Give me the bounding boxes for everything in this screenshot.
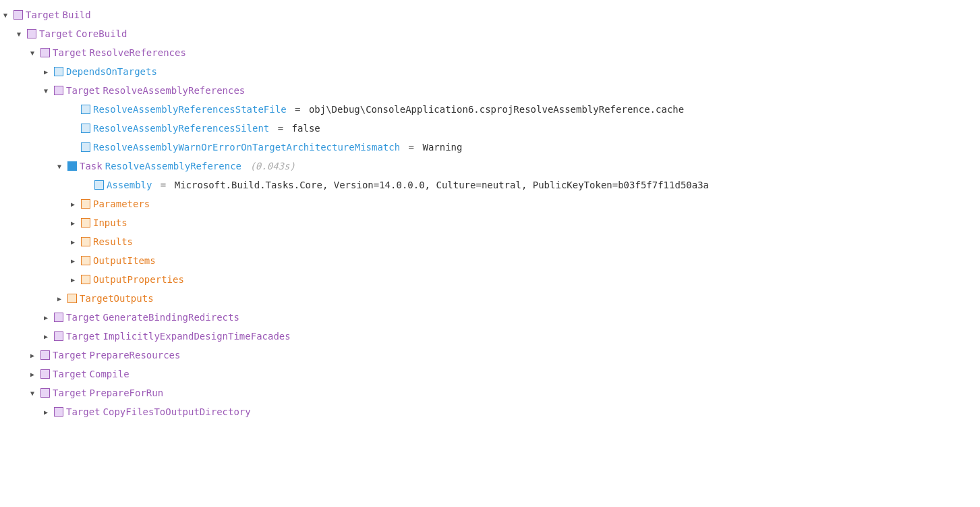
node-icon (54, 86, 63, 95)
node-icon (54, 313, 63, 322)
tree-toggle[interactable] (27, 47, 38, 58)
node-keyword: Task (80, 161, 103, 171)
node-keyword: Target (53, 350, 87, 361)
tree-item-inputs[interactable]: Inputs (0, 213, 980, 232)
tree-toggle[interactable] (40, 331, 51, 342)
node-value: Microsoft.Build.Tasks.Core, Version=14.0… (175, 180, 709, 190)
tree-item-corebuild[interactable]: TargetCoreBuild (0, 24, 980, 43)
tree-toggle (81, 180, 92, 190)
tree-toggle[interactable] (54, 293, 65, 304)
node-value: obj\Debug\ConsoleApplication6.csprojReso… (309, 104, 684, 115)
tree-item-dependsontargets[interactable]: DependsOnTargets (0, 62, 980, 81)
tree-toggle[interactable] (27, 369, 38, 379)
tree-toggle[interactable] (27, 350, 38, 361)
node-icon (40, 48, 50, 57)
node-icon (67, 294, 77, 303)
tree-toggle (67, 104, 78, 115)
node-keyword: Target (53, 388, 87, 398)
node-name: Build (63, 9, 91, 20)
node-keyword: Target (26, 9, 60, 20)
node-name: CopyFilesToOutputDirectory (103, 406, 251, 417)
node-icon (54, 331, 63, 341)
tree-item-prepareforrun[interactable]: TargetPrepareForRun (0, 383, 980, 402)
node-label: TargetCoreBuild (39, 28, 127, 39)
node-name: OutputItems (93, 255, 156, 266)
tree-item-copyfiles[interactable]: TargetCopyFilesToOutputDirectory (0, 402, 980, 421)
node-label: Inputs (93, 217, 127, 228)
node-label: TargetResolveAssemblyReferences (66, 85, 245, 96)
tree-item-implicitlyexpand[interactable]: TargetImplicitlyExpandDesignTimeFacades (0, 327, 980, 346)
tree-item-assembly[interactable]: Assembly = Microsoft.Build.Tasks.Core, V… (0, 176, 980, 194)
tree-item-resolveassemblyrefs[interactable]: TargetResolveAssemblyReferences (0, 81, 980, 100)
node-keyword: Target (66, 406, 100, 417)
node-label: TargetPrepareResources (53, 350, 180, 361)
node-name: ResolveAssemblyReferences (103, 85, 246, 96)
tree-toggle[interactable] (27, 388, 38, 398)
tree-toggle[interactable] (54, 161, 65, 171)
tree-item-outputitems[interactable]: OutputItems (0, 251, 980, 270)
node-label: Results (93, 236, 133, 247)
node-name: TargetOutputs (80, 293, 154, 304)
tree-toggle[interactable] (67, 236, 78, 247)
node-label: TargetPrepareForRun (53, 388, 163, 398)
node-value: Warning (422, 142, 462, 153)
node-label: Parameters (93, 198, 150, 209)
tree-toggle[interactable] (40, 66, 51, 77)
node-icon (54, 407, 63, 417)
node-keyword: Target (39, 28, 74, 39)
node-label: TargetOutputs (80, 293, 154, 304)
node-name: Compile (90, 369, 129, 379)
tree-item-task-resolveassemblyref[interactable]: TaskResolveAssemblyReference (0.043s) (0, 157, 980, 176)
node-icon (40, 369, 50, 379)
tree-toggle[interactable] (13, 28, 24, 39)
node-label: ResolveAssemblyWarnOrErrorOnTargetArchit… (93, 142, 462, 153)
tree-toggle[interactable] (67, 255, 78, 266)
msbuild-tree: TargetBuildTargetCoreBuildTargetResolveR… (0, 5, 980, 421)
tree-toggle[interactable] (67, 217, 78, 228)
tree-item-resolveassemblywarn[interactable]: ResolveAssemblyWarnOrErrorOnTargetArchit… (0, 138, 980, 157)
tree-item-compile[interactable]: TargetCompile (0, 365, 980, 383)
node-label: ResolveAssemblyReferencesSilent = false (93, 123, 320, 134)
node-label: DependsOnTargets (66, 66, 157, 77)
node-name: Parameters (93, 198, 150, 209)
tree-toggle[interactable] (0, 9, 11, 20)
tree-item-resolvereferences[interactable]: TargetResolveReferences (0, 43, 980, 62)
tree-toggle[interactable] (67, 198, 78, 209)
tree-item-prepareresources[interactable]: TargetPrepareResources (0, 346, 980, 365)
node-name: OutputProperties (93, 274, 184, 285)
tree-item-parameters[interactable]: Parameters (0, 194, 980, 213)
tree-toggle[interactable] (40, 85, 51, 96)
node-icon (67, 161, 77, 171)
tree-toggle[interactable] (40, 406, 51, 417)
node-label: OutputProperties (93, 274, 184, 285)
node-icon (81, 124, 90, 133)
node-name: PrepareForRun (90, 388, 164, 398)
node-name: ImplicitlyExpandDesignTimeFacades (103, 331, 291, 342)
node-label: TargetBuild (26, 9, 91, 20)
tree-item-build[interactable]: TargetBuild (0, 5, 980, 24)
node-keyword: Target (53, 369, 87, 379)
tree-toggle[interactable] (40, 312, 51, 323)
node-name: ResolveAssemblyReferencesSilent (93, 123, 269, 134)
tree-item-generatebindingredirects[interactable]: TargetGenerateBindingRedirects (0, 308, 980, 327)
node-name: ResolveAssemblyReferencesStateFile (93, 104, 287, 115)
node-name: CoreBuild (76, 28, 127, 39)
node-icon (54, 67, 63, 76)
tree-item-targetoutputs[interactable]: TargetOutputs (0, 289, 980, 308)
node-label: ResolveAssemblyReferencesStateFile = obj… (93, 104, 684, 115)
node-icon (13, 10, 23, 20)
node-name: DependsOnTargets (66, 66, 157, 77)
node-label: TargetCopyFilesToOutputDirectory (66, 406, 251, 417)
tree-item-outputproperties[interactable]: OutputProperties (0, 270, 980, 289)
tree-item-resolveassemblyrefssilent[interactable]: ResolveAssemblyReferencesSilent = false (0, 119, 980, 138)
node-timing: (0.043s) (244, 161, 295, 171)
node-name: ResolveReferences (90, 47, 186, 58)
tree-item-results[interactable]: Results (0, 232, 980, 251)
tree-toggle[interactable] (67, 274, 78, 285)
node-icon (81, 105, 90, 114)
node-icon (27, 29, 36, 38)
node-name: ResolveAssemblyWarnOrErrorOnTargetArchit… (93, 142, 400, 153)
tree-toggle (67, 142, 78, 153)
tree-item-resolveassemblyrefsstatefile[interactable]: ResolveAssemblyReferencesStateFile = obj… (0, 100, 980, 119)
node-label: Assembly = Microsoft.Build.Tasks.Core, V… (107, 180, 709, 190)
